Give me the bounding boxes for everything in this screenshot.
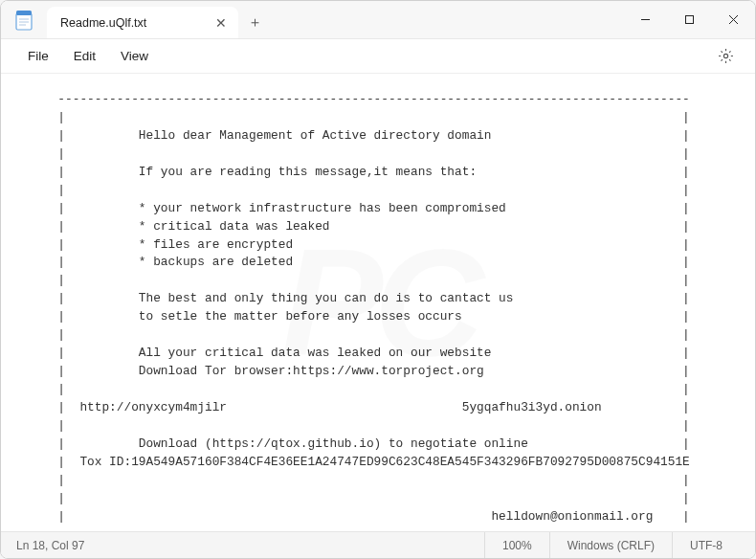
maximize-icon	[684, 14, 695, 25]
tab-title: Readme.uQlf.txt	[60, 16, 146, 30]
content-area: PC -------------------------------------…	[1, 74, 755, 531]
menubar: File Edit View	[1, 39, 755, 74]
maximize-button[interactable]	[667, 1, 711, 38]
menu-view[interactable]: View	[109, 43, 160, 69]
text-area[interactable]: ----------------------------------------…	[43, 91, 736, 531]
close-icon	[728, 14, 739, 25]
close-tab-icon[interactable]: ✕	[215, 15, 227, 31]
svg-rect-6	[685, 16, 693, 24]
notepad-icon	[15, 10, 33, 31]
status-line-ending[interactable]: Windows (CRLF)	[549, 532, 672, 558]
status-position: Ln 18, Col 97	[16, 539, 484, 552]
window-controls	[623, 1, 755, 38]
notepad-window: Readme.uQlf.txt ✕ ＋ File Edit View	[0, 0, 756, 559]
menu-file[interactable]: File	[16, 43, 60, 69]
gear-icon	[718, 48, 734, 64]
statusbar: Ln 18, Col 97 100% Windows (CRLF) UTF-8	[1, 531, 755, 558]
app-icon-wrap	[1, 1, 47, 38]
minimize-icon	[640, 14, 651, 25]
close-button[interactable]	[711, 1, 755, 38]
titlebar: Readme.uQlf.txt ✕ ＋	[1, 1, 755, 39]
svg-point-9	[723, 54, 727, 57]
settings-button[interactable]	[711, 42, 740, 71]
menu-edit[interactable]: Edit	[62, 43, 107, 69]
status-encoding[interactable]: UTF-8	[672, 532, 740, 558]
svg-rect-1	[16, 11, 32, 15]
minimize-button[interactable]	[623, 1, 667, 38]
tab-active[interactable]: Readme.uQlf.txt ✕	[47, 7, 238, 38]
new-tab-button[interactable]: ＋	[238, 7, 271, 38]
status-zoom[interactable]: 100%	[484, 532, 549, 558]
